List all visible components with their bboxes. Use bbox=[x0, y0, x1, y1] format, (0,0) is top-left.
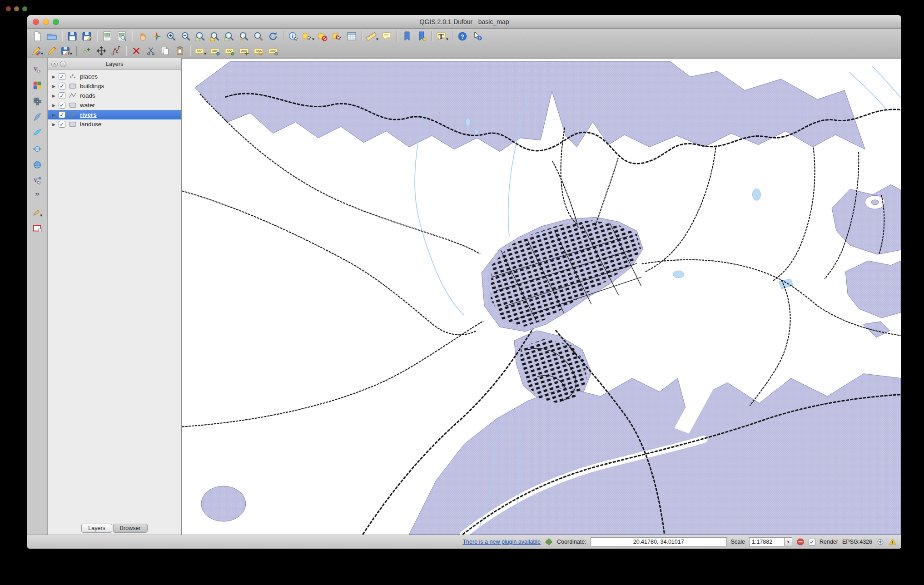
zoom-button[interactable] bbox=[53, 19, 59, 25]
zoom-next-button[interactable] bbox=[251, 30, 266, 43]
panel-float-button[interactable]: ◦ bbox=[60, 61, 66, 67]
zoom-last-button[interactable] bbox=[237, 30, 251, 43]
map-tips-button[interactable] bbox=[379, 30, 394, 43]
label-move-button[interactable] bbox=[237, 45, 251, 57]
labeling-button[interactable]: ▾ bbox=[193, 45, 208, 57]
zoom-to-layer-button[interactable] bbox=[222, 30, 237, 43]
save-project-as-button[interactable] bbox=[79, 30, 94, 43]
coordinate-input[interactable] bbox=[591, 537, 727, 546]
plugin-button[interactable] bbox=[545, 538, 553, 546]
show-bookmarks-button[interactable] bbox=[414, 30, 429, 43]
pan-map-button[interactable] bbox=[135, 30, 149, 43]
annotation-pen-button[interactable]: ▾ bbox=[30, 206, 45, 219]
scale-dropdown-button[interactable]: ▾ bbox=[785, 537, 792, 546]
expander-icon[interactable]: ▶ bbox=[52, 103, 59, 108]
select-features-button[interactable]: ▾ bbox=[301, 30, 315, 43]
text-annotation-button[interactable]: ▾ bbox=[435, 30, 449, 43]
layer-row-places[interactable]: ▶ ✓ places bbox=[48, 72, 181, 81]
toolbar-separator bbox=[452, 31, 452, 41]
swoosh-tool-button[interactable] bbox=[30, 126, 45, 140]
map-canvas[interactable] bbox=[182, 59, 901, 535]
composer-manager-button[interactable] bbox=[114, 30, 129, 43]
layer-row-landuse[interactable]: ▶ ✓ landuse bbox=[48, 119, 181, 129]
copy-features-button[interactable] bbox=[158, 45, 173, 57]
feather-tool-button[interactable] bbox=[30, 110, 45, 124]
pen-icon bbox=[32, 207, 40, 218]
new-project-button[interactable] bbox=[30, 30, 45, 43]
whats-this-button[interactable] bbox=[470, 30, 484, 43]
label-pin-icon bbox=[210, 46, 220, 56]
layer-checkbox[interactable]: ✓ bbox=[59, 111, 65, 118]
coordinate-capture-button[interactable] bbox=[30, 142, 45, 156]
label-show-hide-button[interactable] bbox=[222, 45, 237, 57]
node-tool-button[interactable] bbox=[109, 45, 123, 57]
deselect-features-button[interactable] bbox=[315, 30, 330, 43]
zoom-last-icon bbox=[238, 31, 249, 42]
add-feature-button[interactable] bbox=[79, 45, 94, 57]
layer-checkbox[interactable]: ✓ bbox=[59, 92, 65, 99]
layer-row-water[interactable]: ▶ ✓ water bbox=[48, 100, 181, 110]
map-canvas-frame bbox=[182, 58, 901, 535]
expander-icon[interactable]: ▶ bbox=[52, 84, 59, 89]
globe-tool-button[interactable] bbox=[30, 158, 45, 172]
scale-input[interactable] bbox=[749, 537, 785, 546]
zoom-full-button[interactable] bbox=[193, 30, 208, 43]
tab-layers[interactable]: Layers bbox=[81, 524, 112, 533]
identify-features-button[interactable] bbox=[286, 30, 301, 43]
vector-tool-button[interactable] bbox=[30, 63, 45, 76]
crs-status-button[interactable] bbox=[876, 538, 884, 546]
move-feature-button[interactable] bbox=[94, 45, 109, 57]
save-layer-edits-button[interactable]: ▾ bbox=[59, 45, 74, 57]
help-contents-button[interactable] bbox=[455, 30, 470, 43]
layer-row-buildings[interactable]: ▶ ✓ buildings bbox=[48, 81, 181, 91]
label-pin-button[interactable] bbox=[208, 45, 222, 57]
zoom-to-selection-button[interactable] bbox=[208, 30, 222, 43]
select-by-expression-button[interactable] bbox=[330, 30, 344, 43]
render-checkbox[interactable]: ✓ bbox=[809, 539, 815, 545]
layer-row-roads[interactable]: ▶ ✓ roads bbox=[48, 91, 181, 100]
toolbar-separator bbox=[362, 31, 362, 41]
expander-icon[interactable]: ▶ bbox=[52, 122, 59, 127]
minimize-button[interactable] bbox=[43, 19, 49, 25]
plugin-available-link[interactable]: There is a new plugin available bbox=[462, 539, 541, 545]
title-bar[interactable]: QGIS 2.0.1-Dufour - basic_map bbox=[27, 15, 901, 29]
message-log-icon bbox=[889, 538, 897, 546]
layer-checkbox[interactable]: ✓ bbox=[59, 102, 65, 109]
panel-close-button[interactable]: ✕ bbox=[51, 61, 58, 67]
refresh-button[interactable] bbox=[266, 30, 280, 43]
layer-checkbox[interactable]: ✓ bbox=[59, 73, 65, 80]
pan-to-selection-button[interactable] bbox=[149, 30, 164, 43]
layer-checkbox[interactable]: ✓ bbox=[59, 121, 65, 128]
cut-features-button[interactable] bbox=[144, 45, 158, 57]
pixel-grid-button[interactable] bbox=[30, 94, 45, 108]
save-project-button[interactable] bbox=[65, 30, 79, 43]
label-move-icon bbox=[239, 46, 249, 56]
zoom-in-button[interactable] bbox=[164, 30, 179, 43]
red-frame-tool-button[interactable] bbox=[30, 222, 45, 235]
message-log-button[interactable] bbox=[889, 538, 897, 546]
tab-browser[interactable]: Browser bbox=[113, 524, 148, 533]
dropdown-arrow-icon: ▾ bbox=[41, 51, 43, 57]
quote-tool-button[interactable] bbox=[30, 190, 45, 203]
zoom-out-button[interactable] bbox=[179, 30, 193, 43]
label-rotate-button[interactable] bbox=[251, 45, 266, 57]
current-edits-button[interactable]: ▾ bbox=[30, 45, 45, 57]
layer-row-rivers[interactable]: ▶ ✓ rivers bbox=[48, 110, 181, 119]
stop-render-button[interactable] bbox=[796, 538, 805, 546]
layer-checkbox[interactable]: ✓ bbox=[59, 83, 65, 89]
label-properties-button[interactable] bbox=[266, 45, 280, 57]
expander-icon[interactable]: ▶ bbox=[52, 94, 59, 98]
vector-v-tool-button[interactable] bbox=[30, 174, 45, 188]
open-project-button[interactable] bbox=[45, 30, 59, 43]
close-button[interactable] bbox=[33, 19, 39, 25]
expander-icon[interactable]: ▶ bbox=[52, 74, 59, 79]
measure-button[interactable]: ▾ bbox=[365, 30, 379, 43]
toggle-editing-button[interactable] bbox=[45, 45, 59, 57]
raster-color-grid-button[interactable] bbox=[30, 79, 45, 92]
paste-features-button[interactable] bbox=[173, 45, 187, 57]
open-attribute-table-button[interactable] bbox=[344, 30, 359, 43]
new-bookmark-button[interactable] bbox=[400, 30, 414, 43]
new-print-composer-button[interactable] bbox=[100, 30, 114, 43]
delete-selected-button[interactable] bbox=[129, 45, 144, 57]
expander-icon[interactable]: ▶ bbox=[52, 113, 59, 117]
